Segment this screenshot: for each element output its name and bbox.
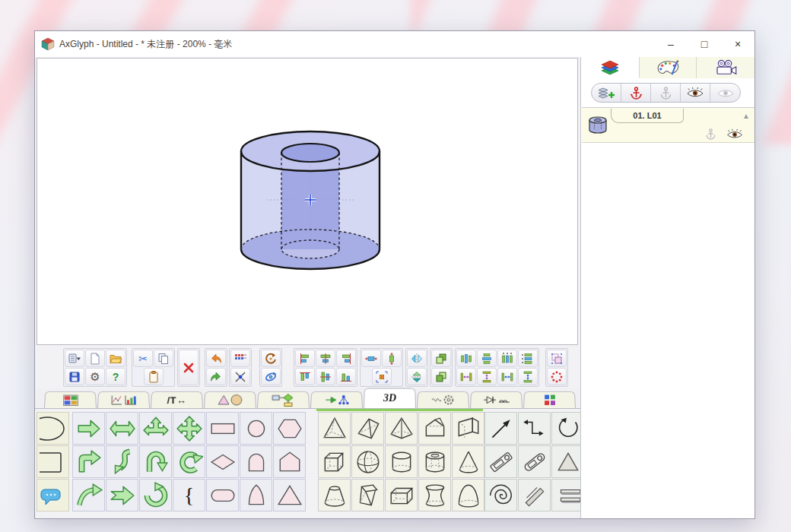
scroll-up-arrow[interactable]: ▲ bbox=[742, 112, 750, 120]
anchor-down-button[interactable] bbox=[651, 84, 681, 102]
misc-arrow-diagonal[interactable] bbox=[484, 412, 517, 445]
tab-style[interactable] bbox=[640, 57, 697, 78]
comment-tool[interactable] bbox=[37, 479, 69, 511]
tab-mosaic[interactable] bbox=[523, 391, 576, 408]
shape-pentagon[interactable] bbox=[273, 445, 306, 478]
equal-v-space-button[interactable] bbox=[477, 368, 497, 385]
close-button[interactable]: × bbox=[721, 31, 754, 57]
shape-brace[interactable]: { bbox=[173, 479, 205, 511]
snap-grid-button[interactable] bbox=[230, 350, 250, 367]
group-button[interactable] bbox=[547, 350, 567, 367]
solid-tube[interactable] bbox=[418, 445, 451, 478]
solid-box[interactable] bbox=[385, 479, 418, 511]
tab-line-text-dimension[interactable]: /T↔ bbox=[151, 391, 203, 408]
ungroup-button[interactable] bbox=[547, 368, 567, 385]
misc-arrow-arc[interactable] bbox=[551, 412, 580, 445]
new-document-button[interactable] bbox=[85, 350, 105, 367]
center-vertical-button[interactable] bbox=[382, 350, 402, 367]
shape-arch[interactable] bbox=[240, 445, 272, 478]
misc-arrow-elbow[interactable] bbox=[518, 412, 551, 445]
shape-arrow-four-way[interactable] bbox=[173, 412, 205, 445]
solid-prism-roof[interactable] bbox=[418, 412, 451, 445]
align-bottom-button[interactable] bbox=[336, 368, 356, 385]
solid-frustum[interactable] bbox=[318, 479, 351, 511]
shape-arrow-s-curve[interactable] bbox=[106, 445, 138, 478]
rotate-view-button[interactable] bbox=[261, 368, 281, 385]
solid-dome[interactable] bbox=[452, 479, 484, 511]
visibility-button[interactable] bbox=[681, 84, 710, 102]
solid-tetrahedron[interactable] bbox=[318, 412, 351, 445]
align-center-button[interactable] bbox=[316, 350, 335, 367]
distribute-v-spacing-button[interactable] bbox=[518, 350, 538, 367]
misc-slab-rounded[interactable] bbox=[518, 445, 551, 478]
align-top-button[interactable] bbox=[295, 368, 315, 385]
bring-forward-button[interactable] bbox=[431, 350, 451, 367]
shape-arrow-curved[interactable] bbox=[72, 479, 105, 511]
misc-spiral[interactable] bbox=[484, 479, 517, 511]
cut-button[interactable]: ✂ bbox=[133, 350, 153, 367]
align-middle-button[interactable] bbox=[316, 368, 335, 385]
misc-triangle-solid[interactable] bbox=[551, 445, 580, 478]
tab-clipart[interactable] bbox=[44, 391, 97, 408]
shape-arrow-right[interactable] bbox=[72, 412, 105, 445]
shape-arrow-corner[interactable] bbox=[72, 445, 105, 478]
tab-flowchart[interactable] bbox=[257, 391, 310, 408]
solid-cylinder[interactable] bbox=[385, 445, 418, 478]
layer-anchor-icon[interactable] bbox=[705, 128, 716, 140]
file-menu-button[interactable] bbox=[65, 350, 84, 367]
rectangle-tool[interactable] bbox=[37, 445, 69, 478]
shape-arrow-three-way[interactable] bbox=[139, 412, 172, 445]
solid-cube[interactable] bbox=[318, 445, 351, 478]
distribute-vertical-button[interactable] bbox=[477, 350, 497, 367]
shape-rounded-rect[interactable] bbox=[206, 479, 239, 511]
layer-row[interactable]: 01. L01 ▲ bbox=[582, 108, 754, 143]
rotate-left-button[interactable] bbox=[261, 350, 281, 367]
flip-vertical-button[interactable] bbox=[407, 368, 427, 385]
settings-button[interactable]: ⚙ bbox=[85, 368, 105, 385]
shape-arrow-notched[interactable] bbox=[106, 479, 138, 511]
solid-pyramid[interactable] bbox=[385, 412, 418, 445]
maximize-button[interactable]: □ bbox=[688, 31, 721, 57]
solid-hyperboloid[interactable] bbox=[418, 479, 451, 511]
redo-button[interactable] bbox=[206, 368, 226, 385]
shape-hexagon[interactable] bbox=[273, 412, 306, 445]
distribute-h-spacing-button[interactable] bbox=[497, 350, 517, 367]
expand-h-button[interactable] bbox=[497, 368, 517, 385]
align-right-button[interactable] bbox=[336, 350, 356, 367]
shape-rect[interactable] bbox=[206, 412, 239, 445]
drawing-canvas[interactable] bbox=[37, 58, 578, 345]
tab-mechanical[interactable] bbox=[417, 391, 469, 408]
flip-horizontal-button[interactable] bbox=[407, 350, 427, 367]
tab-charts[interactable] bbox=[97, 391, 150, 408]
add-layer-button[interactable] bbox=[592, 84, 621, 102]
solid-sphere[interactable] bbox=[351, 445, 384, 478]
ellipse-tool[interactable] bbox=[37, 412, 69, 445]
equal-h-space-button[interactable] bbox=[456, 368, 476, 385]
misc-slab[interactable] bbox=[484, 445, 517, 478]
center-page-button[interactable] bbox=[372, 368, 392, 385]
tab-basic-shapes[interactable] bbox=[204, 391, 256, 408]
save-button[interactable] bbox=[65, 368, 84, 385]
solid-frustum-wedge[interactable] bbox=[351, 479, 384, 511]
copy-button[interactable] bbox=[154, 350, 173, 367]
solid-tetrahedron-tilted[interactable] bbox=[351, 412, 384, 445]
solid-prism-wedge[interactable] bbox=[452, 412, 484, 445]
shape-arrow-double[interactable] bbox=[106, 412, 138, 445]
open-file-button[interactable] bbox=[106, 350, 125, 367]
layer-eye-icon[interactable] bbox=[726, 128, 744, 140]
expand-v-button[interactable] bbox=[518, 368, 538, 385]
distribute-horizontal-button[interactable] bbox=[456, 350, 476, 367]
shape-circle[interactable] bbox=[240, 412, 272, 445]
send-backward-button[interactable] bbox=[431, 368, 451, 385]
misc-bar-diagonal[interactable] bbox=[518, 479, 551, 511]
undo-button[interactable] bbox=[206, 350, 226, 367]
minimize-button[interactable]: – bbox=[654, 31, 688, 57]
hollow-cylinder-object[interactable] bbox=[241, 131, 380, 269]
tab-graph-tree[interactable] bbox=[310, 391, 363, 408]
tab-animation[interactable] bbox=[697, 57, 754, 78]
tab-electrical[interactable] bbox=[470, 391, 523, 408]
help-button[interactable]: ? bbox=[106, 368, 125, 385]
align-left-button[interactable] bbox=[295, 350, 315, 367]
misc-bars-double[interactable] bbox=[551, 479, 580, 511]
solid-cone[interactable] bbox=[452, 445, 484, 478]
